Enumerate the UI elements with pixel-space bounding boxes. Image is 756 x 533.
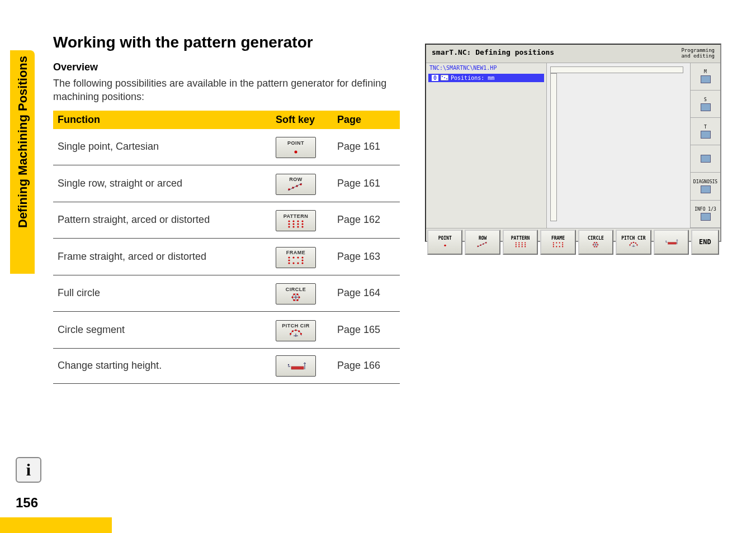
svg-point-25 [297, 262, 299, 264]
page-cell: Page 162 [333, 202, 400, 239]
svg-point-19 [297, 256, 299, 258]
svg-point-21 [288, 259, 290, 261]
svg-point-33 [296, 293, 298, 295]
col-page: Page [333, 111, 400, 129]
svg-point-79 [559, 246, 560, 247]
main-content: Working with the pattern generator Overv… [53, 34, 411, 384]
svg-point-74 [562, 242, 563, 243]
svg-point-15 [297, 226, 299, 227]
softkey-cell: POINT [271, 129, 333, 165]
svg-point-16 [301, 226, 303, 227]
svg-point-87 [596, 242, 597, 243]
svg-point-82 [597, 244, 598, 245]
svg-point-40 [300, 333, 302, 335]
svg-point-0 [295, 150, 297, 153]
svg-point-52 [444, 77, 445, 78]
svg-point-30 [293, 299, 295, 301]
fn-cell: Circle segment [53, 312, 271, 349]
softkey-height[interactable] [276, 355, 316, 377]
table-row: Circle segmentPITCH CIRPage 165 [53, 312, 400, 349]
scr-softkey-row[interactable]: ROW [465, 230, 500, 255]
page-cell: Page 163 [333, 239, 400, 275]
table-row: Pattern straight, arced or distortedPATT… [53, 202, 400, 239]
fn-cell: Pattern straight, arced or distorted [53, 202, 271, 239]
softkey-cell: ROW [271, 165, 333, 202]
page-number: 156 [16, 495, 38, 511]
svg-point-26 [301, 262, 303, 264]
svg-point-12 [301, 223, 303, 225]
table-row: Single row, straight or arcedROWPage 161 [53, 165, 400, 202]
scr-side-button[interactable]: DIAGNOSIS [691, 173, 720, 200]
scr-side-button[interactable]: INFO 1/3 [691, 201, 720, 228]
svg-point-28 [298, 296, 300, 298]
function-table: Function Soft key Page Single point, Car… [53, 111, 400, 384]
fn-cell: Single point, Cartesian [53, 129, 271, 165]
svg-point-78 [556, 246, 557, 247]
softkey-cell: FRAME [271, 239, 333, 275]
scr-softkey-pitch[interactable]: PITCH CIR [616, 230, 651, 255]
scr-title: smarT.NC: Defining positions [432, 48, 554, 59]
svg-point-71 [553, 242, 554, 243]
svg-point-49 [288, 364, 289, 365]
scr-softkey-height[interactable] [654, 230, 689, 255]
svg-point-5 [288, 220, 290, 222]
svg-point-20 [301, 256, 303, 258]
svg-point-6 [292, 220, 294, 222]
page-title: Working with the pattern generator [53, 34, 411, 51]
svg-point-72 [556, 242, 557, 243]
svg-point-66 [525, 244, 526, 245]
intro-text: The following possibilities are availabl… [53, 77, 411, 104]
table-row: Full circleCIRCLEPage 164 [53, 275, 400, 312]
svg-rect-43 [291, 367, 304, 369]
scr-program-item[interactable]: 0 Positions: mm [428, 74, 544, 82]
softkey-cell [271, 348, 333, 383]
svg-point-68 [518, 246, 519, 247]
scr-softkey-pattern[interactable]: PATTERN [503, 230, 538, 255]
svg-point-64 [518, 244, 519, 245]
svg-point-92 [633, 242, 634, 243]
scr-side-button[interactable] [691, 145, 720, 173]
cnc-screenshot: smarT.NC: Defining positions Programming… [425, 44, 721, 242]
svg-point-93 [635, 242, 636, 244]
svg-point-67 [515, 246, 516, 247]
softkey-row[interactable]: ROW [276, 174, 316, 195]
svg-point-7 [297, 220, 299, 222]
svg-point-86 [594, 242, 595, 243]
svg-point-77 [553, 246, 554, 247]
scr-graphic-area [546, 63, 690, 228]
svg-point-38 [295, 329, 296, 331]
svg-point-62 [525, 242, 526, 243]
scr-side-button[interactable]: T [691, 118, 720, 145]
softkey-point[interactable]: POINT [276, 137, 316, 158]
softkey-circle[interactable]: CIRCLE [276, 283, 316, 304]
sidebar-chapter-tab: Defining Machining Positions [16, 56, 30, 228]
scr-path: TNC:\SMARTNC\NEW1.HP [426, 63, 546, 73]
svg-point-84 [594, 246, 595, 247]
svg-point-39 [298, 330, 300, 332]
page-cell: Page 164 [333, 275, 400, 312]
softkey-frame[interactable]: FRAME [276, 247, 316, 268]
svg-point-76 [562, 244, 563, 245]
scr-side-button[interactable]: S [691, 91, 720, 118]
col-softkey: Soft key [271, 111, 333, 129]
softkey-pattern[interactable]: PATTERN [276, 210, 316, 231]
fn-cell: Frame straight, arced or distorted [53, 239, 271, 275]
scr-softkey-circle[interactable]: CIRCLE [578, 230, 613, 255]
svg-point-10 [292, 223, 294, 225]
page-cell: Page 166 [333, 348, 400, 383]
svg-point-80 [562, 246, 563, 247]
scr-softkey-frame[interactable]: FRAME [540, 230, 575, 255]
svg-point-103 [666, 241, 667, 242]
section-subheading: Overview [53, 61, 411, 73]
scr-side-button[interactable]: M [691, 63, 720, 91]
scr-end-button[interactable]: END [691, 230, 719, 255]
scr-softkey-point[interactable]: POINT [427, 230, 462, 255]
svg-point-59 [515, 242, 516, 243]
svg-point-73 [559, 242, 560, 243]
softkey-pitch[interactable]: PITCH CIR [276, 320, 316, 341]
scr-mode: Programming and editing [681, 48, 715, 59]
table-row: Frame straight, arced or distortedFRAMEP… [53, 239, 400, 275]
footer-yellow-bar [0, 517, 112, 533]
svg-point-23 [288, 262, 290, 264]
softkey-cell: PITCH CIR [271, 312, 333, 349]
